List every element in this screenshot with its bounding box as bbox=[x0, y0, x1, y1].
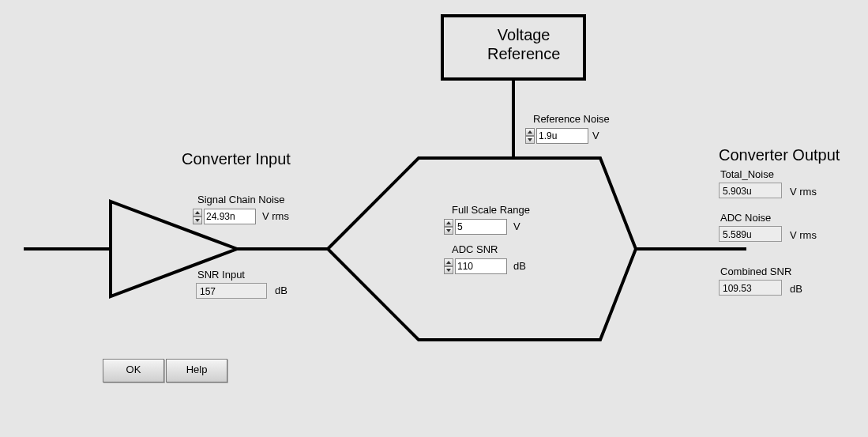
svg-marker-13 bbox=[446, 261, 451, 264]
adc-noise-label: ADC Noise bbox=[720, 212, 771, 224]
snr-input-label: SNR Input bbox=[197, 269, 245, 281]
voltage-reference-title: Voltage Reference bbox=[487, 25, 560, 63]
svg-marker-14 bbox=[446, 269, 451, 272]
full-scale-range-spinner bbox=[444, 219, 453, 235]
total-noise-readout: 5.903u bbox=[719, 183, 782, 198]
adc-snr-spinner bbox=[444, 258, 453, 274]
svg-marker-10 bbox=[195, 219, 200, 222]
signal-chain-noise-spinner bbox=[193, 209, 202, 224]
adc-snr-input[interactable] bbox=[455, 258, 507, 274]
reference-noise-input-group bbox=[525, 128, 588, 144]
reference-noise-spin-down[interactable] bbox=[525, 136, 535, 144]
signal-chain-noise-unit: V rms bbox=[262, 210, 289, 222]
combined-snr-label: Combined SNR bbox=[720, 266, 791, 277]
svg-marker-11 bbox=[446, 221, 451, 224]
total-noise-unit: V rms bbox=[790, 186, 817, 198]
signal-chain-noise-spin-up[interactable] bbox=[193, 209, 202, 217]
svg-marker-9 bbox=[195, 211, 200, 214]
signal-chain-noise-spin-down[interactable] bbox=[193, 217, 202, 224]
adc-snr-input-group bbox=[444, 258, 507, 274]
full-scale-range-input-group bbox=[444, 219, 507, 235]
svg-marker-12 bbox=[446, 229, 451, 232]
signal-chain-noise-input-group bbox=[193, 209, 256, 224]
adc-noise-readout: 5.589u bbox=[719, 226, 782, 242]
full-scale-range-spin-down[interactable] bbox=[444, 227, 453, 235]
snr-input-readout: 157 bbox=[196, 283, 267, 299]
reference-noise-unit: V bbox=[592, 130, 599, 141]
reference-noise-spinner bbox=[525, 128, 535, 144]
adc-snr-spin-down[interactable] bbox=[444, 266, 453, 274]
reference-noise-spin-up[interactable] bbox=[525, 128, 535, 136]
help-button[interactable]: Help bbox=[166, 359, 227, 382]
ok-button[interactable]: OK bbox=[103, 359, 164, 382]
total-noise-label: Total_Noise bbox=[720, 168, 774, 180]
svg-marker-7 bbox=[528, 130, 532, 134]
converter-output-title: Converter Output bbox=[719, 146, 840, 164]
converter-input-title: Converter Input bbox=[182, 150, 291, 168]
signal-chain-noise-input[interactable] bbox=[204, 209, 256, 224]
reference-noise-input[interactable] bbox=[536, 128, 588, 144]
snr-input-unit: dB bbox=[275, 284, 287, 296]
adc-noise-unit: V rms bbox=[790, 229, 817, 241]
full-scale-range-input[interactable] bbox=[455, 219, 507, 235]
adc-snr-spin-up[interactable] bbox=[444, 258, 453, 266]
full-scale-range-label: Full Scale Range bbox=[452, 204, 530, 216]
combined-snr-unit: dB bbox=[790, 283, 802, 295]
reference-noise-label: Reference Noise bbox=[533, 113, 610, 125]
adc-snr-unit: dB bbox=[513, 260, 526, 272]
svg-marker-8 bbox=[528, 138, 532, 141]
full-scale-range-unit: V bbox=[513, 220, 520, 232]
full-scale-range-spin-up[interactable] bbox=[444, 219, 453, 227]
adc-snr-label: ADC SNR bbox=[452, 243, 498, 255]
combined-snr-readout: 109.53 bbox=[719, 280, 782, 296]
signal-chain-noise-label: Signal Chain Noise bbox=[197, 194, 285, 205]
